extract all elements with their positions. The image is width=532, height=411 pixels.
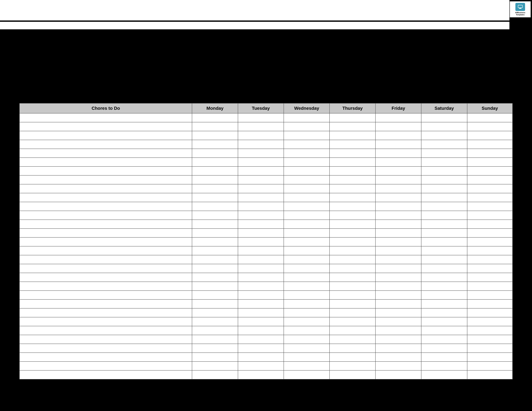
cell-thursday-20[interactable] — [330, 291, 375, 299]
cell-friday-5[interactable] — [375, 158, 421, 167]
cell-wednesday-26[interactable] — [284, 344, 330, 353]
cell-friday-1[interactable] — [375, 122, 421, 131]
cell-sunday-28[interactable] — [467, 362, 513, 370]
cell-sunday-8[interactable] — [467, 184, 513, 193]
cell-monday-5[interactable] — [192, 158, 238, 167]
cell-tuesday-12[interactable] — [238, 220, 284, 229]
cell-tuesday-21[interactable] — [238, 299, 284, 308]
cell-wednesday-13[interactable] — [284, 229, 330, 237]
cell-sunday-0[interactable] — [467, 113, 513, 122]
cell-saturday-17[interactable] — [421, 264, 467, 273]
cell-thursday-8[interactable] — [330, 184, 375, 193]
cell-tuesday-27[interactable] — [238, 353, 284, 362]
cell-chore-10[interactable] — [19, 202, 192, 211]
cell-sunday-12[interactable] — [467, 220, 513, 229]
cell-thursday-19[interactable] — [330, 282, 375, 291]
cell-thursday-0[interactable] — [330, 113, 375, 122]
cell-wednesday-27[interactable] — [284, 353, 330, 362]
cell-tuesday-17[interactable] — [238, 264, 284, 273]
cell-friday-15[interactable] — [375, 246, 421, 255]
cell-sunday-2[interactable] — [467, 131, 513, 140]
cell-saturday-22[interactable] — [421, 308, 467, 317]
cell-wednesday-23[interactable] — [284, 317, 330, 326]
cell-thursday-21[interactable] — [330, 299, 375, 308]
cell-chore-27[interactable] — [19, 353, 192, 362]
cell-monday-24[interactable] — [192, 326, 238, 335]
cell-sunday-29[interactable] — [467, 370, 513, 379]
cell-friday-13[interactable] — [375, 229, 421, 237]
cell-chore-4[interactable] — [19, 149, 192, 158]
cell-chore-5[interactable] — [19, 158, 192, 167]
cell-wednesday-15[interactable] — [284, 246, 330, 255]
cell-monday-14[interactable] — [192, 237, 238, 246]
cell-tuesday-15[interactable] — [238, 246, 284, 255]
cell-monday-19[interactable] — [192, 282, 238, 291]
cell-monday-2[interactable] — [192, 131, 238, 140]
cell-saturday-29[interactable] — [421, 370, 467, 379]
cell-wednesday-12[interactable] — [284, 220, 330, 229]
cell-friday-21[interactable] — [375, 299, 421, 308]
cell-chore-7[interactable] — [19, 175, 192, 184]
cell-thursday-18[interactable] — [330, 273, 375, 282]
cell-saturday-20[interactable] — [421, 291, 467, 299]
cell-saturday-18[interactable] — [421, 273, 467, 282]
cell-sunday-9[interactable] — [467, 193, 513, 202]
cell-monday-27[interactable] — [192, 353, 238, 362]
cell-chore-20[interactable] — [19, 291, 192, 299]
cell-sunday-13[interactable] — [467, 229, 513, 237]
cell-chore-1[interactable] — [19, 122, 192, 131]
cell-chore-25[interactable] — [19, 335, 192, 344]
cell-tuesday-1[interactable] — [238, 122, 284, 131]
cell-friday-19[interactable] — [375, 282, 421, 291]
cell-saturday-23[interactable] — [421, 317, 467, 326]
cell-sunday-21[interactable] — [467, 299, 513, 308]
cell-wednesday-18[interactable] — [284, 273, 330, 282]
cell-sunday-4[interactable] — [467, 149, 513, 158]
cell-friday-16[interactable] — [375, 255, 421, 264]
cell-thursday-12[interactable] — [330, 220, 375, 229]
cell-friday-29[interactable] — [375, 370, 421, 379]
brand-logo[interactable]: AllBusiness Templates — [510, 1, 531, 17]
cell-friday-27[interactable] — [375, 353, 421, 362]
cell-saturday-6[interactable] — [421, 167, 467, 175]
cell-wednesday-0[interactable] — [284, 113, 330, 122]
cell-tuesday-3[interactable] — [238, 140, 284, 149]
cell-chore-26[interactable] — [19, 344, 192, 353]
cell-monday-22[interactable] — [192, 308, 238, 317]
cell-wednesday-16[interactable] — [284, 255, 330, 264]
cell-monday-15[interactable] — [192, 246, 238, 255]
cell-friday-8[interactable] — [375, 184, 421, 193]
cell-tuesday-22[interactable] — [238, 308, 284, 317]
cell-tuesday-23[interactable] — [238, 317, 284, 326]
cell-wednesday-20[interactable] — [284, 291, 330, 299]
cell-sunday-24[interactable] — [467, 326, 513, 335]
cell-thursday-6[interactable] — [330, 167, 375, 175]
cell-wednesday-29[interactable] — [284, 370, 330, 379]
cell-tuesday-25[interactable] — [238, 335, 284, 344]
cell-sunday-25[interactable] — [467, 335, 513, 344]
cell-tuesday-29[interactable] — [238, 370, 284, 379]
cell-thursday-5[interactable] — [330, 158, 375, 167]
cell-monday-6[interactable] — [192, 167, 238, 175]
cell-saturday-14[interactable] — [421, 237, 467, 246]
cell-monday-17[interactable] — [192, 264, 238, 273]
cell-chore-2[interactable] — [19, 131, 192, 140]
cell-tuesday-14[interactable] — [238, 237, 284, 246]
cell-friday-18[interactable] — [375, 273, 421, 282]
cell-wednesday-28[interactable] — [284, 362, 330, 370]
cell-wednesday-7[interactable] — [284, 175, 330, 184]
cell-tuesday-16[interactable] — [238, 255, 284, 264]
cell-tuesday-26[interactable] — [238, 344, 284, 353]
cell-sunday-16[interactable] — [467, 255, 513, 264]
cell-wednesday-8[interactable] — [284, 184, 330, 193]
cell-saturday-26[interactable] — [421, 344, 467, 353]
cell-chore-21[interactable] — [19, 299, 192, 308]
cell-sunday-10[interactable] — [467, 202, 513, 211]
cell-saturday-8[interactable] — [421, 184, 467, 193]
cell-chore-23[interactable] — [19, 317, 192, 326]
cell-monday-28[interactable] — [192, 362, 238, 370]
cell-chore-28[interactable] — [19, 362, 192, 370]
cell-chore-14[interactable] — [19, 237, 192, 246]
cell-monday-4[interactable] — [192, 149, 238, 158]
cell-monday-20[interactable] — [192, 291, 238, 299]
